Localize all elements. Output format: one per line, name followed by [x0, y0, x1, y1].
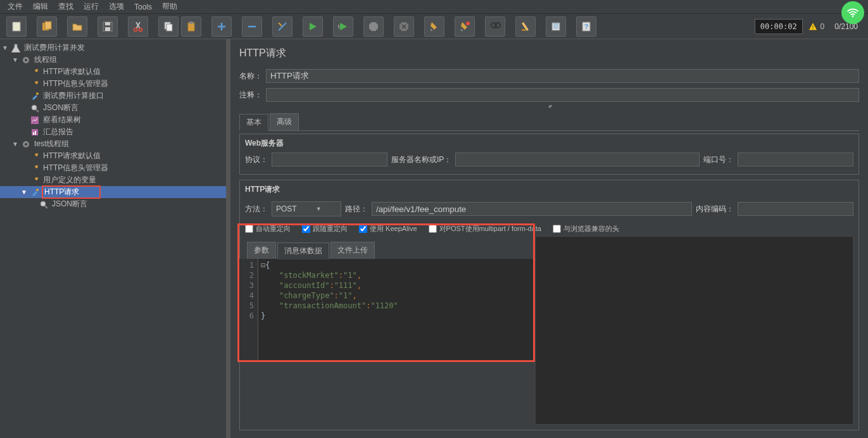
clear-button[interactable] — [424, 16, 444, 37]
run-no-pause-button[interactable] — [333, 16, 353, 37]
svg-rect-2 — [45, 22, 51, 29]
timer-display: 00:00:02 — [755, 19, 803, 34]
tree-thread-group-2[interactable]: test线程组 — [33, 138, 70, 150]
chart-icon — [30, 115, 40, 125]
warning-count: 0 — [821, 22, 825, 31]
collapse-button[interactable] — [242, 16, 262, 37]
svg-rect-4 — [105, 22, 110, 25]
port-input[interactable] — [738, 153, 853, 166]
reset-search-button[interactable] — [515, 16, 536, 37]
magnifier-icon — [30, 103, 40, 113]
panel-title: HTTP请求 — [239, 47, 863, 60]
pipette-icon — [30, 91, 40, 101]
clear-all-button[interactable] — [455, 16, 475, 37]
function-button[interactable] — [546, 16, 566, 37]
test-plan-tree[interactable]: ▼测试费用计算并发 ▼线程组 HTTP请求默认值 HTTP信息头管理器 测试费用… — [0, 39, 227, 438]
report-icon — [30, 127, 40, 137]
magnifier-icon — [39, 199, 49, 210]
tree-item[interactable]: 测试费用计算接口 — [42, 90, 105, 102]
svg-point-23 — [36, 92, 39, 95]
warning-indicator[interactable]: ! 0 — [808, 22, 825, 32]
wrench-icon — [30, 163, 40, 173]
tree-thread-group-1[interactable]: 线程组 — [33, 54, 58, 66]
tab-advanced[interactable]: 高级 — [270, 113, 299, 130]
templates-button[interactable] — [37, 16, 57, 37]
menu-help[interactable]: 帮助 — [157, 0, 182, 14]
new-button[interactable] — [6, 16, 27, 37]
protocol-input[interactable] — [272, 153, 387, 166]
wifi-status-icon[interactable] — [841, 1, 864, 24]
tab-body-data[interactable]: 消息体数据 — [277, 242, 329, 260]
menu-search[interactable]: 查找 — [53, 0, 79, 14]
svg-rect-27 — [33, 132, 34, 135]
wrench-icon — [30, 175, 40, 185]
path-label: 路径： — [345, 204, 368, 215]
run-button[interactable] — [303, 16, 323, 37]
path-input[interactable] — [372, 202, 692, 216]
method-select[interactable]: POST — [272, 201, 341, 216]
pipette-icon — [30, 187, 40, 197]
menu-run[interactable]: 运行 — [79, 0, 104, 14]
svg-rect-9 — [167, 24, 172, 31]
svg-text:?: ? — [584, 23, 589, 30]
tree-root[interactable]: 测试费用计算并发 — [23, 42, 86, 54]
tree-item[interactable]: 用户定义的变量 — [42, 174, 97, 186]
line-gutter: 123456 — [239, 259, 258, 360]
svg-text:!: ! — [812, 24, 814, 30]
cut-button[interactable] — [128, 16, 148, 37]
menu-file[interactable]: 文件 — [3, 0, 28, 14]
open-button[interactable] — [67, 16, 87, 37]
shutdown-button[interactable] — [394, 16, 414, 37]
code-content[interactable]: ⊟{ "stockMarket":"1", "accountId":"111",… — [258, 259, 533, 360]
svg-point-7 — [139, 28, 142, 31]
method-label: 方法： — [245, 204, 268, 215]
tree-item[interactable]: JSON断言 — [42, 102, 80, 114]
svg-rect-28 — [35, 131, 36, 135]
server-input[interactable] — [455, 153, 700, 166]
expand-button[interactable] — [211, 16, 232, 37]
svg-point-22 — [25, 59, 27, 61]
tab-basic[interactable]: 基本 — [239, 114, 268, 131]
tree-http-request[interactable]: HTTP请求 — [43, 187, 80, 197]
svg-rect-5 — [105, 27, 110, 31]
port-label: 端口号： — [703, 154, 734, 165]
wrench-icon — [30, 151, 40, 161]
body-editor[interactable]: 123456 ⊟{ "stockMarket":"1", "accountId"… — [239, 259, 533, 360]
tree-item[interactable]: 察看结果树 — [42, 114, 82, 126]
tree-json-assertion[interactable]: JSON断言 — [51, 198, 89, 210]
encoding-input[interactable] — [738, 202, 853, 216]
httpreq-group-title: HTTP请求 — [245, 184, 853, 195]
svg-point-31 — [36, 189, 39, 191]
tab-file-upload[interactable]: 文件上传 — [330, 242, 375, 259]
menu-tools[interactable]: Tools — [129, 1, 157, 13]
tree-item[interactable]: HTTP请求默认值 — [42, 66, 102, 78]
tab-parameters[interactable]: 参数 — [247, 242, 276, 259]
svg-point-32 — [41, 201, 46, 206]
stop-button[interactable] — [363, 16, 384, 37]
tree-item[interactable]: HTTP信息头管理器 — [42, 162, 110, 174]
editor-extended-area[interactable] — [535, 236, 853, 425]
tree-item[interactable]: HTTP信息头管理器 — [42, 78, 110, 90]
copy-button[interactable] — [158, 16, 179, 37]
comment-input[interactable] — [266, 88, 859, 102]
menu-options[interactable]: 选项 — [104, 0, 129, 14]
save-button[interactable] — [97, 16, 118, 37]
collapse-toggle[interactable] — [236, 106, 863, 110]
menu-edit[interactable]: 编辑 — [28, 0, 53, 14]
svg-point-13 — [466, 22, 470, 25]
server-label: 服务器名称或IP： — [391, 154, 451, 165]
wrench-icon — [30, 79, 40, 89]
help-button[interactable]: ? — [576, 16, 596, 37]
svg-point-6 — [134, 28, 137, 31]
protocol-label: 协议： — [245, 154, 268, 165]
svg-rect-12 — [338, 25, 339, 28]
warning-icon: ! — [808, 22, 818, 32]
browser-headers-checkbox[interactable]: 与浏览器兼容的头 — [553, 224, 619, 234]
paste-button[interactable] — [181, 16, 201, 37]
name-input[interactable] — [266, 69, 859, 83]
tree-item[interactable]: 汇总报告 — [42, 126, 75, 138]
svg-point-30 — [25, 143, 27, 146]
search-button[interactable] — [485, 16, 505, 37]
tree-item[interactable]: HTTP请求默认值 — [42, 150, 102, 162]
toggle-button[interactable] — [272, 16, 292, 37]
